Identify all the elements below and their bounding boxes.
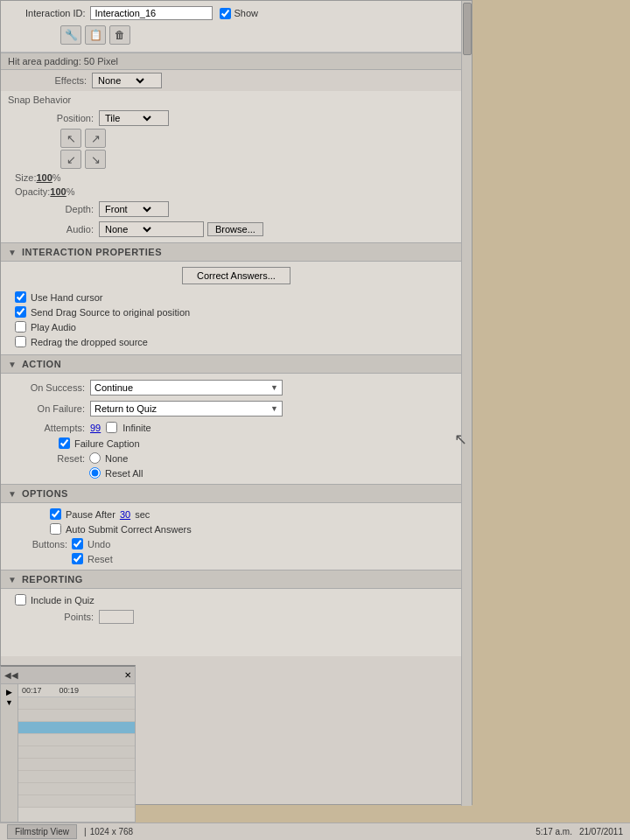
redrag-checkbox[interactable]: [15, 336, 26, 347]
position-label: Position:: [15, 113, 94, 123]
include-quiz-checkbox[interactable]: [15, 594, 26, 606]
depth-label: Depth:: [15, 204, 94, 214]
pause-label: Pause After: [66, 509, 116, 520]
failure-caption-row: Failure Caption: [52, 436, 465, 451]
separator: |: [84, 827, 87, 836]
arrow-bottom-right[interactable]: ↘: [85, 150, 106, 169]
time-label-1: 00:17: [22, 686, 42, 695]
time-label-2: 00:19: [60, 686, 80, 695]
scrollbar-thumb[interactable]: [463, 3, 472, 55]
options-header: ▼ OPTIONS: [1, 484, 472, 503]
arrow-top-right[interactable]: ↗: [85, 129, 106, 148]
reset-none-label: None: [105, 453, 128, 464]
arrow-top-left[interactable]: ↖: [60, 129, 81, 148]
audio-select[interactable]: None: [99, 221, 204, 237]
track-row-7: [18, 771, 135, 783]
infinite-label: Infinite: [122, 423, 150, 433]
scrollbar[interactable]: [461, 1, 472, 806]
position-select[interactable]: Tile: [99, 110, 169, 126]
reset-btn-checkbox[interactable]: [72, 553, 83, 564]
reset-label: Reset:: [15, 453, 85, 464]
icon-buttons: 🔧 📋 🗑: [60, 25, 465, 45]
pause-after-row: Pause After 30 sec: [43, 507, 465, 522]
on-failure-arrow-icon: ▼: [270, 404, 278, 413]
opacity-value: 100: [50, 186, 66, 197]
position-dropdown[interactable]: Tile: [102, 112, 154, 124]
depth-select[interactable]: Front: [99, 201, 169, 217]
hit-area-label: Hit area padding: 50 Pixel: [8, 56, 118, 66]
collapse-triangle-icon[interactable]: ▼: [8, 248, 17, 257]
reset-all-row: Reset All: [8, 466, 465, 480]
on-success-row: On Success: Continue ▼: [8, 377, 465, 398]
action-header: ▼ ACTION: [1, 354, 472, 374]
buttons-undo-row: Buttons: Undo: [8, 536, 465, 551]
size-value: 100: [36, 172, 52, 183]
reporting-content: Include in Quiz Points:: [1, 589, 472, 656]
use-hand-cursor-checkbox[interactable]: [15, 291, 26, 303]
action-title: ACTION: [22, 359, 61, 369]
copy-icon-button[interactable]: 📋: [85, 25, 106, 45]
track-row-3: [18, 722, 135, 734]
browse-button[interactable]: Browse...: [207, 222, 263, 236]
depth-dropdown[interactable]: Front: [102, 203, 154, 215]
on-failure-value: Return to Quiz: [94, 403, 157, 414]
effects-dropdown[interactable]: None: [94, 74, 147, 87]
interaction-id-input[interactable]: [90, 6, 213, 20]
play-audio-label: Play Audio: [31, 322, 76, 332]
pause-unit: sec: [135, 509, 150, 520]
pause-after-checkbox[interactable]: [50, 508, 61, 520]
collapse-icon[interactable]: ▼: [5, 698, 13, 707]
effects-row: Effects: None: [1, 71, 472, 90]
timeline-left-controls: ▶ ▼: [1, 684, 18, 822]
action-collapse-icon[interactable]: ▼: [8, 360, 17, 369]
points-input[interactable]: [99, 610, 134, 624]
snap-arrows-row2: ↙ ↘: [60, 150, 465, 169]
track-area: [18, 697, 135, 808]
on-failure-dropdown[interactable]: Return to Quiz ▼: [90, 401, 283, 416]
bottom-status-bar: Filmstrip View | 1024 x 768 5:17 a.m. 21…: [0, 822, 630, 840]
audio-dropdown[interactable]: None: [102, 223, 154, 235]
track-row-8: [18, 783, 135, 795]
reporting-title: REPORTING: [22, 574, 83, 584]
show-checkbox[interactable]: [220, 8, 231, 19]
undo-label: Undo: [88, 539, 110, 550]
reporting-collapse-icon[interactable]: ▼: [8, 575, 17, 584]
use-hand-cursor-row: Use Hand cursor: [8, 290, 465, 304]
attempts-value[interactable]: 99: [90, 423, 101, 433]
send-drag-checkbox[interactable]: [15, 306, 26, 318]
failure-caption-checkbox[interactable]: [59, 438, 70, 449]
snap-arrows-row1: ↖ ↗: [60, 129, 465, 148]
snap-behavior-section: Snap Behavior Position: Tile ↖ ↗ ↙ ↘ Siz…: [1, 91, 472, 242]
auto-submit-label: Auto Submit Correct Answers: [66, 524, 192, 535]
auto-submit-checkbox[interactable]: [50, 523, 61, 535]
time-labels: 00:17 00:19: [18, 684, 135, 697]
effects-select[interactable]: None: [92, 73, 162, 88]
options-title: OPTIONS: [22, 488, 68, 499]
interaction-id-row: Interaction ID: Show: [8, 6, 465, 20]
size-row: Size: 100 %: [8, 171, 465, 185]
timeline-header: ◀◀ ✕: [1, 667, 135, 684]
trash-icon-button[interactable]: 🗑: [109, 25, 130, 45]
reset-all-radio[interactable]: [89, 467, 101, 479]
wrench-icon-button[interactable]: 🔧: [60, 25, 81, 45]
infinite-checkbox[interactable]: [106, 422, 117, 433]
options-collapse-icon[interactable]: ▼: [8, 489, 17, 499]
action-content: On Success: Continue ▼ On Failure: Retur…: [1, 374, 472, 484]
expand-icon[interactable]: ▶: [6, 688, 12, 696]
undo-checkbox[interactable]: [72, 538, 83, 550]
failure-caption-label: Failure Caption: [74, 438, 140, 449]
on-success-arrow-icon: ▼: [270, 383, 278, 392]
correct-answers-button[interactable]: Correct Answers...: [182, 267, 290, 284]
audio-label: Audio:: [15, 224, 94, 234]
opacity-row: Opacity: 100 %: [8, 185, 465, 199]
on-success-dropdown[interactable]: Continue ▼: [90, 380, 283, 396]
timeline-title: ◀◀: [4, 670, 18, 680]
arrow-bottom-left[interactable]: ↙: [60, 150, 81, 169]
buttons-label: Buttons:: [15, 539, 67, 550]
reset-none-radio[interactable]: [89, 452, 101, 464]
timeline-close-button[interactable]: ✕: [124, 670, 131, 680]
resolution-label: 1024 x 768: [90, 827, 134, 836]
play-audio-checkbox[interactable]: [15, 321, 26, 332]
timeline-panel: ◀◀ ✕ ▶ ▼ 00:17 00:19: [0, 665, 136, 822]
pause-value[interactable]: 30: [120, 509, 130, 520]
